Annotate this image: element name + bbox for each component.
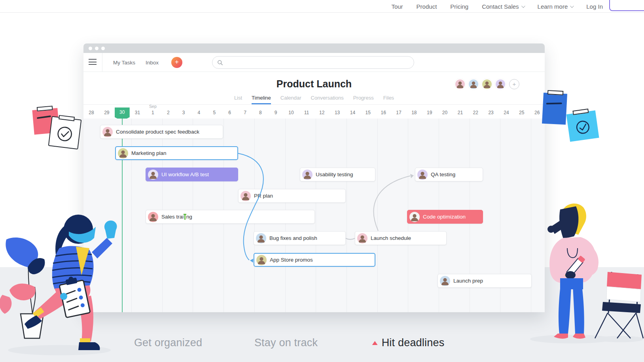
signup-cta-button[interactable] <box>609 0 644 11</box>
note-clip <box>547 90 564 95</box>
date-cell: 1 <box>152 110 154 115</box>
task-label: Bug fixes and polish <box>269 235 317 241</box>
footer-label-text: Get organized <box>134 337 202 349</box>
task-label: Launch schedule <box>371 235 411 241</box>
task-ui-workflow-a-b-test[interactable]: UI workflow A/B test <box>146 168 238 181</box>
nav-item-tour[interactable]: Tour <box>391 3 403 10</box>
nav-item-pricing[interactable]: Pricing <box>450 3 468 10</box>
nav-item-label: Pricing <box>450 3 468 10</box>
nav-item-product[interactable]: Product <box>417 3 437 10</box>
date-cell: 5 <box>213 110 216 115</box>
note-clip <box>59 115 75 121</box>
date-cell: 29 <box>104 110 109 115</box>
date-cell: 2 <box>167 110 170 115</box>
task-label: Consolidate product spec feedback <box>116 129 199 135</box>
task-label: Code optimization <box>423 214 466 220</box>
task-consolidate-product-spec-feedback[interactable]: Consolidate product spec feedback <box>100 125 223 139</box>
task-label: QA testing <box>431 172 455 177</box>
avatar <box>148 212 158 222</box>
avatar <box>148 170 158 180</box>
timeline-dates: 28293031Sep12345678910111213141516171819… <box>83 105 545 119</box>
date-cell: 31 <box>135 110 140 115</box>
footer-label-text: Stay on track <box>254 337 318 349</box>
nav-item-label: Contact Sales <box>482 3 519 10</box>
check-circle-icon <box>574 118 592 136</box>
task-label: UI workflow A/B test <box>161 172 209 177</box>
date-cell: 15 <box>366 110 371 115</box>
assignee-avatar <box>148 212 158 222</box>
date-cell: 25 <box>519 110 524 115</box>
tab-progress[interactable]: Progress <box>353 95 374 104</box>
traffic-light-icon <box>101 47 105 50</box>
tab-calendar[interactable]: Calendar <box>280 95 301 104</box>
assignee-avatar <box>241 191 251 201</box>
member-avatar[interactable] <box>495 79 506 90</box>
assignee-avatar <box>440 276 450 286</box>
chevron-down-icon <box>570 4 574 8</box>
tab-files[interactable]: Files <box>383 95 394 104</box>
tab-timeline[interactable]: Timeline <box>252 95 271 104</box>
illustration-man-phone-chair <box>526 198 644 362</box>
avatar <box>302 170 313 180</box>
date-cell: 8 <box>259 110 262 115</box>
task-launch-schedule[interactable]: Launch schedule <box>355 231 447 245</box>
invite-member-button[interactable]: + <box>509 79 519 89</box>
date-cell: 10 <box>288 110 294 115</box>
task-bug-fixes-and-polish[interactable]: Bug fixes and polish <box>254 231 346 245</box>
nav-item-log-in[interactable]: Log In <box>586 3 603 10</box>
note-clip <box>37 106 53 111</box>
cyan-check-note-decoration <box>566 110 599 142</box>
avatar <box>409 212 420 222</box>
task-code-optimization[interactable]: Code optimization <box>407 210 483 224</box>
date-cell: 20 <box>442 110 447 115</box>
assignee-avatar <box>148 170 158 180</box>
task-app-store-promos[interactable]: App Store promos <box>254 253 375 267</box>
assignee-avatar <box>256 233 266 243</box>
search-input[interactable] <box>226 60 414 66</box>
avatar <box>417 170 428 180</box>
check-note-decoration <box>48 116 82 150</box>
task-launch-prep[interactable]: Launch prep <box>438 274 532 288</box>
assignee-avatar <box>417 170 428 180</box>
avatar <box>440 276 450 286</box>
member-avatar[interactable] <box>468 79 479 90</box>
footer-label-hit-deadlines: Hit deadlines <box>372 337 445 349</box>
toolbar-divider <box>102 53 102 72</box>
illustration-woman-clipboard <box>0 204 127 362</box>
top-nav-items: TourProductPricingContact SalesLearn mor… <box>391 0 603 13</box>
avatar <box>357 233 367 243</box>
hamburger-menu-icon[interactable] <box>89 59 97 65</box>
task-sales-training[interactable]: Sales traing <box>146 210 315 224</box>
task-label: Sales traing <box>161 214 192 220</box>
search-bar[interactable] <box>212 56 414 69</box>
avatar <box>455 79 465 89</box>
task-usability-testing[interactable]: Usability testing <box>300 168 375 181</box>
quick-add-button[interactable]: + <box>171 57 182 68</box>
task-marketing-plan[interactable]: Marketing plan <box>115 146 238 160</box>
app-window: My Tasks Inbox + Product Launch + ListTi… <box>83 43 545 312</box>
tab-list[interactable]: List <box>234 95 242 104</box>
date-cell: 6 <box>228 110 231 115</box>
inbox-link[interactable]: Inbox <box>146 53 159 72</box>
member-avatar[interactable] <box>455 79 466 90</box>
nav-item-label: Log In <box>586 3 603 10</box>
date-cell: 7 <box>244 110 246 115</box>
my-tasks-link[interactable]: My Tasks <box>113 53 135 72</box>
avatar <box>241 191 251 201</box>
nav-item-label: Tour <box>391 3 403 10</box>
chevron-down-icon <box>521 4 525 8</box>
tab-conversations[interactable]: Conversations <box>311 95 344 104</box>
task-pr-plan[interactable]: PR plan <box>238 189 346 203</box>
nav-item-label: Product <box>417 3 437 10</box>
avatar <box>256 255 267 265</box>
nav-item-learn-more[interactable]: Learn more <box>538 3 573 10</box>
traffic-light-icon <box>95 47 98 50</box>
check-circle-icon <box>55 124 74 143</box>
date-cell: 23 <box>488 110 493 115</box>
gridline <box>347 119 347 312</box>
task-label: Launch prep <box>453 278 483 284</box>
task-qa-testing[interactable]: QA testing <box>415 168 483 181</box>
nav-item-contact-sales[interactable]: Contact Sales <box>482 3 524 10</box>
project-tabs: ListTimelineCalendarConversationsProgres… <box>83 95 545 105</box>
member-avatar[interactable] <box>481 79 492 90</box>
